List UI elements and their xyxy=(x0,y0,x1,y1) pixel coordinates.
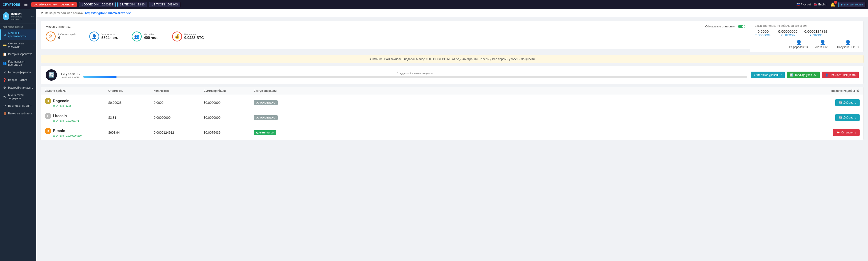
mining-icon: ⚙ xyxy=(3,33,7,36)
logout-icon: 🚪 xyxy=(3,112,6,115)
stat-days-text: Работаем дней 4 xyxy=(58,33,75,40)
refs-label: Рефералов: 14 xyxy=(789,45,808,49)
notification-badge: 3 xyxy=(834,1,837,4)
your-stat-btc-value: 0.0000124892 xyxy=(804,30,827,34)
en-flag-icon: 🇬🇧 xyxy=(814,3,817,6)
ltc-qty: 0.00000000 xyxy=(154,116,204,119)
sidebar-item-battle-label: Битва рефералов xyxy=(8,71,31,74)
your-stat-ltc: 0.00000000 ▼ LITECOIN xyxy=(778,30,798,36)
online-rate-button[interactable]: ОНЛАЙН КУРС КРИПТОВАЛЮТЫ xyxy=(31,2,77,7)
level-title: 1й уровень xyxy=(61,72,80,76)
price-tags: 1 DOGECOIN = 0.00023$ 1 LITECOIN = 3.81$… xyxy=(79,2,180,7)
level-table-button[interactable]: 📊 Таблица уровней xyxy=(787,72,819,78)
btc-price-tag[interactable]: 1 BITCOIN = 603.94$ xyxy=(149,2,180,7)
doge-price-tag[interactable]: 1 DOGECOIN = 0.00023$ xyxy=(79,2,116,7)
sidebar-item-battle[interactable]: ⚔ Битва рефералов xyxy=(0,68,36,76)
sidebar-item-mining-label: Майнинг криптовалюты xyxy=(8,32,34,38)
level-progress-label: Следующий уровень мощности xyxy=(83,72,747,75)
menu-icon[interactable]: ☰ xyxy=(24,2,28,7)
play-icon: ▶ xyxy=(841,3,843,6)
user-info: hzddevil Мощность добычи: 1 xyxy=(11,12,29,21)
level-icon: 🔄 xyxy=(45,69,57,81)
your-stat-doge-coin: ▼ DOGECOIN xyxy=(755,34,772,36)
sidebar-item-mining[interactable]: ⚙ Майнинг криптовалюты xyxy=(0,30,36,40)
days-circle-icon: ⏱ xyxy=(45,32,56,41)
col-action: Управление добычей xyxy=(304,89,860,92)
doge-mine-button[interactable]: 🔄 Добывать xyxy=(835,99,860,106)
stat-paid-title: Выплачено xyxy=(184,33,204,36)
sidebar-item-back-label: Вернуться на сайт xyxy=(8,104,32,107)
stat-paid: 💰 Выплачено 0.0428 BTC xyxy=(172,32,204,41)
stat-members-title: Участников xyxy=(101,33,118,36)
level-card: 🔄 1й уровень Ваша мощность Следующий уро… xyxy=(41,66,864,84)
stat-paid-value: 0.0428 BTC xyxy=(184,36,204,40)
refs-stat: 👤 Рефералов: 14 xyxy=(789,40,808,49)
your-stat-btc-coin: ▼ BITCOIN xyxy=(804,34,827,36)
sidebar-item-faq[interactable]: ❓ Вопрос - Ответ xyxy=(0,76,36,84)
sidebar-item-partner[interactable]: 👥 Партнерская программа xyxy=(0,58,36,68)
what-is-level-button[interactable]: ℹ Что такое уровень ? xyxy=(751,72,785,78)
level-progress-bar xyxy=(83,76,747,78)
live-stats-title: Живая статистика: xyxy=(45,25,71,28)
received-label: Получено: 0 BTC xyxy=(837,45,859,49)
level-progress-wrap: Следующий уровень мощности xyxy=(83,72,747,78)
col-profit: Сумма прибыли xyxy=(204,89,254,92)
stat-members: 👤 Участников 5894 чел. xyxy=(89,32,118,41)
online-circle-icon: 👥 xyxy=(132,32,142,41)
stat-online-value: 400 чел. xyxy=(144,36,158,40)
doge-sub: за 24 часа +17.55 xyxy=(53,105,71,107)
sidebar-item-finance[interactable]: 💳 Финансовые операции › xyxy=(0,40,36,50)
ltc-mine-button[interactable]: 🔄 Добывать xyxy=(835,114,860,121)
avatar: H xyxy=(3,12,9,21)
paid-circle-icon: 💰 xyxy=(172,32,182,41)
sidebar-item-back[interactable]: ↩ Вернуться на сайт xyxy=(0,102,36,110)
btc-icon: B xyxy=(45,128,51,134)
table-row: D Dogecoin за 24 часа +17.55 $0.00023 0.… xyxy=(41,95,863,110)
battle-icon: ⚔ xyxy=(3,70,6,74)
sidebar-item-settings[interactable]: ⚙ Настройки аккаунта xyxy=(0,84,36,91)
mine-icon-ltc: 🔄 xyxy=(839,116,842,119)
btc-stop-button[interactable]: ⛔ Остановить xyxy=(833,129,860,136)
lang-en[interactable]: 🇬🇧 English xyxy=(814,3,827,6)
sidebar-item-partner-label: Партнерская программа xyxy=(8,60,34,66)
sidebar-item-logout[interactable]: 🚪 Выход из кабинета xyxy=(0,110,36,117)
ltc-profit: $0.0000000 xyxy=(204,116,254,119)
your-stat-ltc-value: 0.00000000 xyxy=(778,30,798,34)
username: hzddevil xyxy=(11,12,29,15)
doge-icon: D xyxy=(45,98,51,104)
edit-icon[interactable]: ✏ xyxy=(31,15,34,18)
support-icon: 🛠 xyxy=(3,95,6,99)
referral-link[interactable]: https://cryptobit.biz/?ref=hzddevil xyxy=(85,11,132,15)
settings-icon: ⚙ xyxy=(3,86,6,89)
topbar-right: 🇷🇺 Русский 🇬🇧 English 🔔 3 ▶ Быстрый дост… xyxy=(797,2,865,7)
notification-bell-wrap[interactable]: 🔔 3 xyxy=(830,2,835,7)
level-subtitle: Ваша мощность xyxy=(61,76,80,78)
ltc-price: $3.81 xyxy=(108,116,154,119)
stats-toggle[interactable] xyxy=(738,25,745,28)
main-content: ⚑ Ваша реферальная ссылка: https://crypt… xyxy=(36,9,868,261)
doge-cell: D Dogecoin за 24 часа +17.55 xyxy=(45,98,108,107)
ltc-price-tag[interactable]: 1 LITECOIN = 3.81$ xyxy=(117,2,147,7)
sidebar-item-history[interactable]: 📋 История заработка xyxy=(0,50,36,58)
quick-access-button[interactable]: ▶ Быстрый доступ xyxy=(838,2,865,7)
stat-days: ⏱ Работаем дней 4 xyxy=(45,32,75,41)
table-icon: 📊 xyxy=(790,73,794,77)
sidebar-item-support[interactable]: 🛠 Техническая поддержка xyxy=(0,91,36,102)
boost-icon: 👤 xyxy=(825,73,829,77)
your-stats-title: Ваша статистика по добыче за все время: xyxy=(755,24,859,28)
ltc-name: Ł Litecoin xyxy=(45,113,67,119)
ltc-cell: Ł Litecoin за 24 часа +0.001060371 xyxy=(45,113,108,122)
table-header: Валюта добычи Стоимость Количество Сумма… xyxy=(41,87,863,95)
btc-status: ДОБЫВАЕТСЯ xyxy=(254,130,304,135)
mining-table: Валюта добычи Стоимость Количество Сумма… xyxy=(41,87,864,140)
active-stat: 👤 Активных: 0 xyxy=(815,40,830,49)
table-row: Ł Litecoin за 24 часа +0.001060371 $3.81… xyxy=(41,110,863,125)
update-row: Обновление статистики xyxy=(705,25,745,28)
boost-power-button[interactable]: 👤 Повысить мощность xyxy=(822,72,859,78)
sidebar-item-settings-label: Настройки аккаунта xyxy=(8,86,33,89)
level-actions: ℹ Что такое уровень ? 📊 Таблица уровней … xyxy=(751,72,859,78)
lang-ru[interactable]: 🇷🇺 Русский xyxy=(797,3,811,6)
sidebar-item-logout-label: Выход из кабинета xyxy=(8,112,32,115)
your-stat-doge-value: 0.0000 xyxy=(755,30,772,34)
btc-cell: B Bitcoin за 24 часа +0.00000066690 xyxy=(45,128,108,137)
